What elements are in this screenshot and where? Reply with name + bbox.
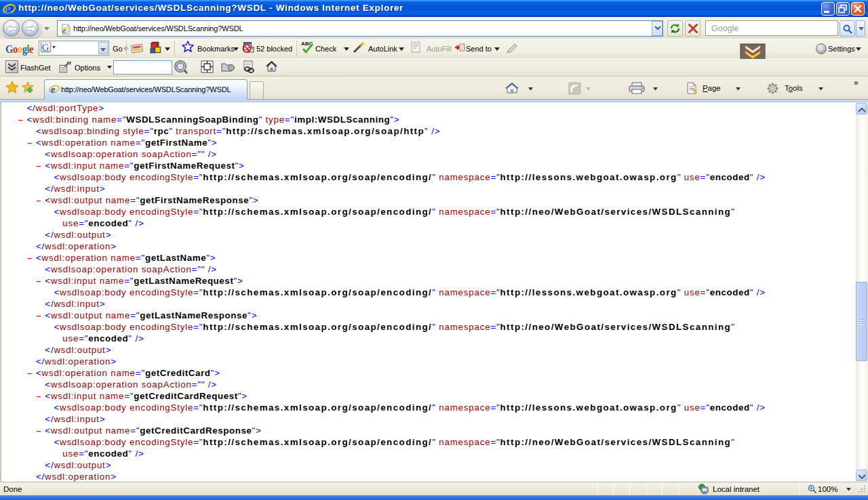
svg-text:e: e — [5, 2, 11, 15]
svg-text:G: G — [42, 42, 50, 53]
svg-text:e: e — [51, 83, 56, 95]
svg-text:e: e — [63, 26, 67, 35]
